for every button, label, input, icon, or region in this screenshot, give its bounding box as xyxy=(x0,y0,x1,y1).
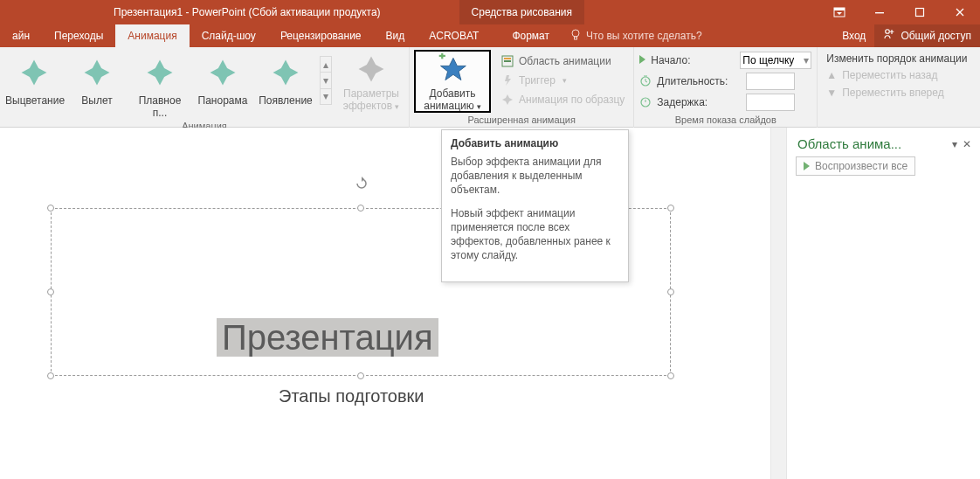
svg-marker-11 xyxy=(273,60,299,86)
gallery-item-fade[interactable]: Выцветание xyxy=(5,51,63,119)
slide-canvas[interactable]: Презентация Этапы подготовки Добавить ан… xyxy=(0,128,770,479)
add-animation-icon xyxy=(415,51,490,87)
title-bar: Презентация1 - PowerPoint (Сбой активаци… xyxy=(0,0,980,24)
duration-label: Длительность: xyxy=(657,75,741,87)
gallery-item-flyin[interactable]: Вылет xyxy=(68,51,126,119)
svg-rect-17 xyxy=(504,58,511,59)
share-icon xyxy=(883,24,895,47)
resize-handle[interactable] xyxy=(357,205,364,212)
workspace: Презентация Этапы подготовки Добавить ан… xyxy=(0,128,980,479)
rotate-handle-icon[interactable] xyxy=(355,177,369,191)
tab-animations[interactable]: Анимация xyxy=(115,24,189,47)
delay-input[interactable] xyxy=(746,94,795,111)
gallery-item-label: Выцветание xyxy=(5,94,63,107)
resize-handle[interactable] xyxy=(667,288,674,295)
move-earlier-button: ▲Переместить назад xyxy=(823,66,941,84)
tell-me-placeholder: Что вы хотите сделать? xyxy=(586,30,702,42)
add-animation-label: Добавить анимацию xyxy=(415,87,490,112)
window-title: Презентация1 - PowerPoint (Сбой активаци… xyxy=(0,6,381,18)
trigger-icon xyxy=(500,73,514,87)
resize-handle[interactable] xyxy=(47,205,54,212)
svg-rect-1 xyxy=(834,8,845,10)
start-label: Начало: xyxy=(651,54,735,66)
screentip-title: Добавить анимацию xyxy=(451,137,619,149)
resize-handle[interactable] xyxy=(667,205,674,212)
gallery-item-label: Панорама xyxy=(194,94,252,107)
gallery-item-label: Появление xyxy=(257,94,314,107)
delay-label: Задержка: xyxy=(657,96,741,108)
tell-me-search[interactable]: Что вы хотите сделать? xyxy=(562,24,711,47)
contextual-tab-group: Средства рисования xyxy=(459,0,584,24)
svg-rect-15 xyxy=(441,53,443,59)
resize-handle[interactable] xyxy=(47,372,54,379)
share-label: Общий доступ xyxy=(901,24,971,47)
tab-review[interactable]: Рецензирование xyxy=(268,24,374,47)
animation-pane-icon xyxy=(500,54,514,68)
resize-handle[interactable] xyxy=(47,288,54,295)
close-button[interactable] xyxy=(940,0,980,24)
pane-menu-chevron-icon[interactable]: ▾ xyxy=(952,138,957,150)
animation-painter-button: Анимация по образцу xyxy=(497,91,628,108)
tab-acrobat[interactable]: ACROBAT xyxy=(417,24,491,47)
vertical-scrollbar[interactable] xyxy=(770,128,786,479)
start-dropdown[interactable]: По щелчку▾ xyxy=(740,52,811,69)
group-label-timing: Время показа слайдов xyxy=(639,113,811,128)
svg-marker-7 xyxy=(22,60,47,86)
screentip: Добавить анимацию Выбор эффекта анимации… xyxy=(441,129,629,282)
group-advanced-animation: Добавить анимацию Область анимации Тригг… xyxy=(410,47,634,128)
resize-handle[interactable] xyxy=(357,372,364,379)
animation-gallery[interactable]: Выцветание Вылет Плавное п... Панорама П… xyxy=(5,51,332,119)
gallery-item-wipe[interactable]: Появление xyxy=(257,51,314,119)
svg-rect-5 xyxy=(575,37,577,39)
start-icon xyxy=(639,54,645,66)
effect-options-button: Параметры эффектов xyxy=(339,51,404,112)
add-animation-button[interactable]: Добавить анимацию xyxy=(415,51,490,112)
move-earlier-icon: ▲ xyxy=(826,69,837,81)
svg-marker-10 xyxy=(210,60,236,86)
tab-transitions[interactable]: Переходы xyxy=(42,24,115,47)
window-controls xyxy=(819,0,980,24)
gallery-item-floatin[interactable]: Плавное п... xyxy=(131,51,189,119)
reorder-header: Изменить порядок анимации xyxy=(823,51,970,66)
tab-slideshow[interactable]: Слайд-шоу xyxy=(190,24,268,47)
duration-input[interactable] xyxy=(746,73,795,90)
effect-options-label: Параметры эффектов xyxy=(339,87,404,112)
tab-format[interactable]: Формат xyxy=(500,24,562,47)
svg-point-6 xyxy=(886,30,890,34)
move-later-button: ▼Переместить вперед xyxy=(823,84,947,101)
tab-view[interactable]: Вид xyxy=(374,24,418,47)
ribbon-tabs: айн Переходы Анимация Слайд-шоу Рецензир… xyxy=(0,24,980,47)
pane-title: Область анима... xyxy=(797,136,901,151)
animation-pane-label: Область анимации xyxy=(519,55,611,67)
svg-point-4 xyxy=(572,30,579,37)
svg-rect-2 xyxy=(875,12,884,13)
tab-design-partial[interactable]: айн xyxy=(0,24,42,47)
advanced-animation-stack: Область анимации Триггер Анимация по обр… xyxy=(497,51,628,108)
duration-row: Длительность: xyxy=(639,72,795,91)
account-area: Вход Общий доступ xyxy=(833,24,980,47)
group-timing: Начало: По щелчку▾ Длительность: Задержк… xyxy=(634,47,818,128)
slide-title-text[interactable]: Презентация xyxy=(217,318,438,357)
resize-handle[interactable] xyxy=(667,372,674,379)
pane-close-button[interactable]: ✕ xyxy=(963,138,971,150)
maximize-button[interactable] xyxy=(900,0,940,24)
ribbon: Выцветание Вылет Плавное п... Панорама П… xyxy=(0,47,980,128)
move-later-icon: ▼ xyxy=(826,87,837,99)
gallery-more-button[interactable]: ▴ ▾ ▾ xyxy=(320,56,332,105)
gallery-item-split[interactable]: Панорама xyxy=(194,51,252,119)
play-all-button[interactable]: Воспроизвести все xyxy=(796,156,915,176)
share-button[interactable]: Общий доступ xyxy=(874,24,980,47)
minimize-button[interactable] xyxy=(859,0,900,24)
group-label-reorder xyxy=(823,113,970,128)
gallery-item-label: Вылет xyxy=(68,94,126,107)
duration-icon xyxy=(639,74,652,89)
play-all-label: Воспроизвести все xyxy=(815,160,908,172)
group-reorder: Изменить порядок анимации ▲Переместить н… xyxy=(818,47,976,128)
ribbon-display-options-button[interactable] xyxy=(819,0,859,24)
group-label-advanced: Расширенная анимация xyxy=(415,113,628,128)
sign-in-link[interactable]: Вход xyxy=(833,24,874,47)
slide-subtitle-text[interactable]: Этапы подготовки xyxy=(279,386,424,406)
animation-task-pane: Область анима... ▾ ✕ Воспроизвести все xyxy=(786,128,980,479)
animation-pane-button[interactable]: Область анимации xyxy=(497,52,628,70)
trigger-button: Триггер xyxy=(497,72,628,89)
